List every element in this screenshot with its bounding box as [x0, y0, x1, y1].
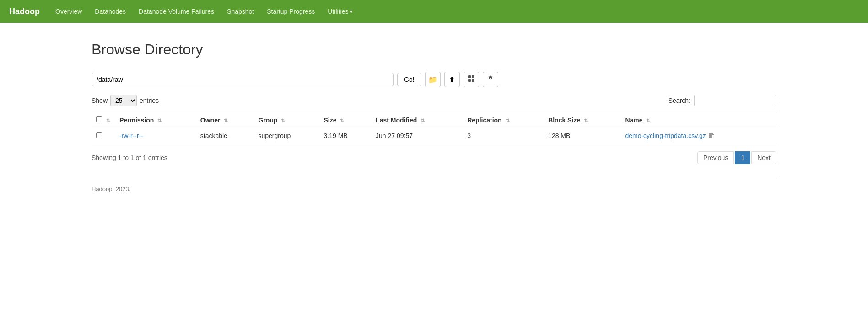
- bottom-divider: [92, 178, 776, 178]
- row-checkbox[interactable]: [96, 132, 102, 138]
- sort-icon-last-modified[interactable]: ⇅: [421, 118, 425, 123]
- previous-button[interactable]: Previous: [697, 151, 734, 164]
- navbar: Hadoop Overview Datanodes Datanode Volum…: [0, 0, 868, 23]
- td-replication: 3: [463, 128, 544, 144]
- nav-link-overview[interactable]: Overview: [49, 1, 88, 22]
- nav-link-utilities[interactable]: Utilities: [321, 1, 359, 22]
- td-size: 3.19 MB: [319, 128, 372, 144]
- th-replication: Replication ⇅: [463, 112, 544, 128]
- table-header-row: ⇅ Permission ⇅ Owner ⇅ Group ⇅ Size ⇅: [92, 112, 776, 128]
- th-block-size: Block Size ⇅: [544, 112, 620, 128]
- sort-icon-group[interactable]: ⇅: [281, 118, 285, 123]
- svg-point-4: [490, 78, 491, 80]
- th-last-modified-label: Last Modified: [376, 117, 417, 124]
- pagination-row: Showing 1 to 1 of 1 entries Previous 1 N…: [92, 151, 776, 164]
- td-group: supergroup: [254, 128, 319, 144]
- nav-links: Overview Datanodes Datanode Volume Failu…: [49, 1, 359, 22]
- main-content: Browse Directory Go! 📁 ⬆: [0, 23, 868, 211]
- sort-icon-block-size[interactable]: ⇅: [584, 118, 588, 123]
- folder-icon: 📁: [428, 75, 437, 84]
- permission-link[interactable]: -rw-r--r--: [119, 132, 143, 139]
- settings-button[interactable]: [483, 72, 498, 87]
- td-permission: -rw-r--r--: [115, 128, 196, 144]
- th-replication-label: Replication: [467, 117, 501, 124]
- th-last-modified: Last Modified ⇅: [371, 112, 463, 128]
- td-owner: stackable: [196, 128, 254, 144]
- entries-label: entries: [140, 97, 159, 104]
- nav-link-snapshot[interactable]: Snapshot: [221, 1, 260, 22]
- next-button[interactable]: Next: [751, 151, 776, 164]
- svg-rect-2: [468, 79, 471, 82]
- svg-rect-3: [472, 79, 474, 82]
- sort-icon-replication[interactable]: ⇅: [506, 118, 510, 123]
- folder-button[interactable]: 📁: [425, 72, 441, 87]
- th-owner-label: Owner: [200, 117, 221, 124]
- th-size-label: Size: [324, 117, 337, 124]
- show-label: Show: [92, 97, 108, 104]
- upload-icon: ⬆: [449, 75, 455, 84]
- page-1-button[interactable]: 1: [735, 151, 750, 164]
- sort-icon-size[interactable]: ⇅: [340, 118, 344, 123]
- entries-select[interactable]: 10 25 50 100: [110, 95, 137, 106]
- td-name: demo-cycling-tripdata.csv.gz 🗑: [620, 128, 776, 144]
- svg-rect-1: [472, 75, 474, 78]
- th-permission-label: Permission: [119, 117, 154, 124]
- page-title: Browse Directory: [92, 41, 776, 58]
- file-link[interactable]: demo-cycling-tripdata.csv.gz: [625, 132, 706, 139]
- td-checkbox: [92, 128, 115, 144]
- th-permission: Permission ⇅: [115, 112, 196, 128]
- footer-text: Hadoop, 2023.: [92, 186, 776, 192]
- search-row: Search:: [669, 95, 776, 106]
- th-group: Group ⇅: [254, 112, 319, 128]
- th-size: Size ⇅: [319, 112, 372, 128]
- go-button[interactable]: Go!: [397, 73, 421, 86]
- table-icon: [468, 75, 475, 84]
- controls-row: Show 10 25 50 100 entries Search:: [92, 95, 776, 106]
- th-group-label: Group: [259, 117, 278, 124]
- pagination-buttons: Previous 1 Next: [697, 151, 776, 164]
- svg-rect-0: [468, 75, 471, 78]
- path-row: Go! 📁 ⬆: [92, 72, 776, 87]
- th-name-label: Name: [625, 117, 642, 124]
- navbar-brand[interactable]: Hadoop: [9, 7, 40, 16]
- th-owner: Owner ⇅: [196, 112, 254, 128]
- search-label: Search:: [669, 97, 690, 104]
- delete-icon[interactable]: 🗑: [708, 132, 715, 139]
- th-name: Name ⇅: [620, 112, 776, 128]
- path-input[interactable]: [92, 73, 394, 86]
- show-entries: Show 10 25 50 100 entries: [92, 95, 159, 106]
- td-block-size: 128 MB: [544, 128, 620, 144]
- table-row: -rw-r--r-- stackable supergroup 3.19 MB …: [92, 128, 776, 144]
- th-block-size-label: Block Size: [548, 117, 580, 124]
- nav-link-datanodes[interactable]: Datanodes: [88, 1, 132, 22]
- pagination-info: Showing 1 to 1 of 1 entries: [92, 154, 167, 161]
- table-button[interactable]: [464, 72, 479, 87]
- sort-icon-owner[interactable]: ⇅: [224, 118, 228, 123]
- search-input[interactable]: [694, 95, 776, 106]
- td-last-modified: Jun 27 09:57: [371, 128, 463, 144]
- nav-link-datanode-volume-failures[interactable]: Datanode Volume Failures: [132, 1, 221, 22]
- nav-link-startup-progress[interactable]: Startup Progress: [260, 1, 321, 22]
- settings-icon: [487, 75, 494, 84]
- select-all-checkbox[interactable]: [96, 116, 102, 122]
- sort-icon-checkbox: ⇅: [106, 118, 110, 123]
- th-checkbox: ⇅: [92, 112, 115, 128]
- sort-icon-permission[interactable]: ⇅: [157, 118, 162, 123]
- upload-button[interactable]: ⬆: [444, 72, 460, 87]
- sort-icon-name[interactable]: ⇅: [646, 118, 650, 123]
- directory-table: ⇅ Permission ⇅ Owner ⇅ Group ⇅ Size ⇅: [92, 112, 776, 144]
